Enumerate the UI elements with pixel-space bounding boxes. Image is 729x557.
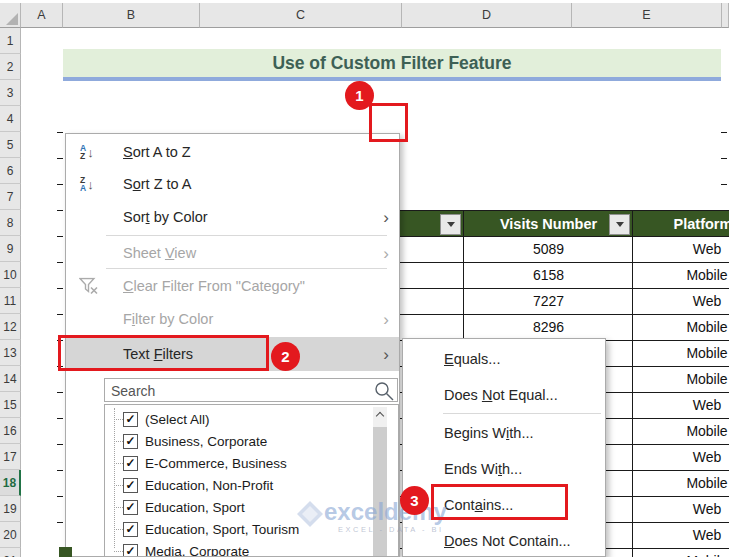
platform-cell[interactable]: Web: [632, 288, 729, 315]
checkbox-checked[interactable]: ✓: [123, 544, 138, 557]
submenu-item-does-not-contain[interactable]: Does Not Contain...: [403, 523, 605, 557]
visits-cell[interactable]: 8296: [463, 314, 634, 341]
row-header-12[interactable]: 12: [0, 314, 21, 340]
tick-left: [57, 522, 63, 523]
menu-item-sort-z-to-a[interactable]: ZA↓Sort Z to A: [66, 168, 399, 200]
submenu-chevron-icon: ›: [383, 346, 389, 363]
checkbox-checked[interactable]: ✓: [123, 456, 138, 471]
column-header-B[interactable]: B: [63, 3, 200, 28]
annotation-badge-2: 2: [271, 342, 300, 371]
row-header-15[interactable]: 15: [0, 392, 21, 418]
visits-cell[interactable]: 6158: [463, 262, 634, 289]
table-header-visits-number: Visits Number: [463, 210, 634, 237]
visits-cell[interactable]: 5089: [463, 236, 634, 263]
submenu-item-does-not-equal[interactable]: Does Not Equal...: [403, 377, 605, 413]
column-header-E[interactable]: E: [572, 3, 722, 28]
row-header-14[interactable]: 14: [0, 366, 21, 392]
filter-value-item[interactable]: ✓Education, Sport: [105, 496, 398, 518]
row-header-2[interactable]: 2: [0, 54, 21, 80]
filter-value-item[interactable]: ✓E-Commerce, Business: [105, 452, 398, 474]
tick-right: [721, 418, 727, 419]
annotation-box-2: [58, 335, 269, 371]
checkbox-checked[interactable]: ✓: [123, 522, 138, 537]
column-header-D[interactable]: D: [402, 3, 572, 28]
filter-value-label: Media, Corporate: [145, 544, 249, 557]
row-header-8[interactable]: 8: [0, 210, 21, 236]
row-header-16[interactable]: 16: [0, 418, 21, 444]
platform-cell[interactable]: Mobile: [632, 314, 729, 341]
row-header-5[interactable]: 5: [0, 132, 21, 158]
row-header-21[interactable]: 21: [0, 548, 21, 557]
tick-left: [57, 288, 63, 289]
search-input[interactable]: [109, 380, 368, 402]
scroll-up-button[interactable]: [373, 407, 387, 422]
filter-dropdown-button-category[interactable]: [440, 214, 461, 235]
checkbox-checked[interactable]: ✓: [123, 478, 138, 493]
platform-cell[interactable]: Web: [632, 236, 729, 263]
checkbox-checked[interactable]: ✓: [123, 500, 138, 515]
filter-value-item[interactable]: ✓Media, Corporate: [105, 540, 398, 557]
row-header-6[interactable]: 6: [0, 158, 21, 184]
select-all-corner[interactable]: [0, 3, 21, 28]
platform-cell[interactable]: Mobile: [632, 548, 729, 557]
submenu-item-label: Begins With...: [444, 425, 533, 441]
row-header-18[interactable]: 18: [0, 470, 21, 496]
menu-item-label: Filter by Color: [123, 311, 213, 327]
platform-cell[interactable]: Mobile: [632, 340, 729, 367]
filter-value-item[interactable]: ✓Education, Sport, Tourism: [105, 518, 398, 540]
visits-cell[interactable]: 7227: [463, 288, 634, 315]
table-header-label: Visits Number: [500, 216, 597, 232]
menu-item-filter-by-color[interactable]: Filter by Color›: [66, 303, 399, 335]
chevron-down-icon: [447, 222, 455, 231]
platform-cell[interactable]: Mobile: [632, 366, 729, 393]
row-header-13[interactable]: 13: [0, 340, 21, 366]
row-header-3[interactable]: 3: [0, 80, 21, 106]
scrollbar-thumb[interactable]: [373, 427, 387, 556]
tick-right: [721, 366, 727, 367]
row-header-1[interactable]: 1: [0, 28, 21, 54]
sort-a-to-z-icon: AZ↓: [80, 144, 94, 160]
menu-item-sort-a-to-z[interactable]: AZ↓Sort A to Z: [66, 136, 399, 168]
platform-cell[interactable]: Mobile: [632, 418, 729, 445]
tick-left: [57, 132, 63, 133]
platform-cell[interactable]: Web: [632, 392, 729, 419]
tick-right: [721, 314, 727, 315]
row-header-10[interactable]: 10: [0, 262, 21, 288]
menu-item-sort-by-color[interactable]: Sort by Color›: [66, 200, 399, 234]
submenu-item-begins-with[interactable]: Begins With...: [403, 415, 605, 451]
tick-left: [57, 496, 63, 497]
column-header-C[interactable]: C: [200, 3, 402, 28]
platform-cell[interactable]: Mobile: [632, 470, 729, 497]
clear-filter-icon: [79, 278, 98, 295]
checkbox-checked[interactable]: ✓: [123, 412, 138, 427]
row-header-7[interactable]: 7: [0, 184, 21, 210]
filter-value-item[interactable]: ✓Business, Corporate: [105, 430, 398, 452]
row-header-20[interactable]: 20: [0, 522, 21, 548]
platform-cell[interactable]: Web: [632, 522, 729, 549]
tick-left: [57, 444, 63, 445]
platform-cell[interactable]: Mobile: [632, 262, 729, 289]
menu-item-sheet-view[interactable]: Sheet View›: [66, 238, 399, 268]
submenu-item-equals[interactable]: Equals...: [403, 341, 605, 377]
row-header-19[interactable]: 19: [0, 496, 21, 522]
list-scrollbar[interactable]: [373, 407, 387, 556]
filter-dropdown-button-col2[interactable]: [609, 214, 630, 235]
annotation-box-1: [369, 103, 408, 142]
row-header-11[interactable]: 11: [0, 288, 21, 314]
menu-item-clear-filter-from-category[interactable]: Clear Filter From "Category": [66, 270, 399, 302]
filter-value-item[interactable]: ✓Education, Non-Profit: [105, 474, 398, 496]
tick-right: [721, 470, 727, 471]
checkbox-checked[interactable]: ✓: [123, 434, 138, 449]
submenu-item-ends-with[interactable]: Ends With...: [403, 451, 605, 487]
tree-stub: [114, 507, 123, 509]
column-header-A[interactable]: A: [21, 3, 63, 28]
table-header-platforms: Platforms: [632, 210, 729, 237]
platform-cell[interactable]: Web: [632, 444, 729, 471]
row-header-9[interactable]: 9: [0, 236, 21, 262]
filter-value-item[interactable]: ✓(Select All): [105, 408, 398, 430]
column-header-F[interactable]: [722, 3, 729, 28]
row-header-17[interactable]: 17: [0, 444, 21, 470]
platform-cell[interactable]: Web: [632, 496, 729, 523]
row-header-4[interactable]: 4: [0, 106, 21, 132]
tick-right: [721, 392, 727, 393]
